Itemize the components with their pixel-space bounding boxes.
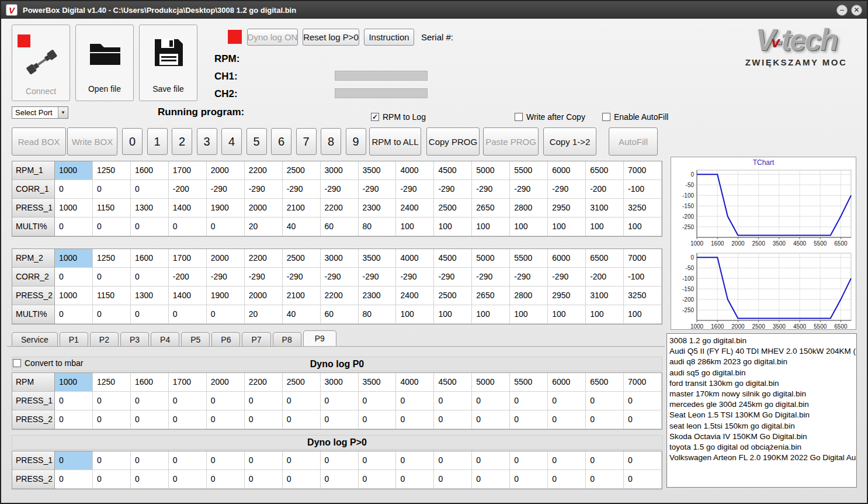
table-cell[interactable]: 2400	[396, 286, 434, 305]
close-button[interactable]: ✕	[851, 5, 862, 16]
table-cell[interactable]: 0	[131, 268, 169, 286]
table-cell[interactable]: 2200	[245, 161, 283, 180]
table-cell[interactable]: 2500	[434, 199, 472, 218]
table-cell[interactable]: -200	[586, 180, 624, 199]
table-cell[interactable]: 0	[55, 218, 93, 236]
digit-button-4[interactable]: 4	[221, 128, 242, 155]
table-cell[interactable]: 1300	[131, 286, 169, 305]
table-cell[interactable]: 100	[510, 218, 548, 236]
table-cell[interactable]: 0	[321, 451, 359, 470]
table-cell[interactable]: 0	[396, 392, 434, 410]
table-cell[interactable]: 3000	[321, 161, 359, 180]
tab-p7[interactable]: P7	[242, 332, 270, 346]
file-list-item[interactable]: toyota 1.5 go digital od obciążenia.bin	[669, 442, 854, 453]
table-cell[interactable]: 0	[55, 305, 93, 324]
convert-to-mbar-checkbox-box[interactable]	[13, 359, 21, 367]
dyno-log-on-button[interactable]: Dyno log ON	[247, 29, 298, 46]
table-cell[interactable]: 80	[359, 305, 397, 324]
table-cell[interactable]: 5000	[472, 373, 510, 392]
table-cell[interactable]: -290	[359, 268, 397, 286]
table-cell[interactable]: 0	[321, 470, 359, 489]
table-cell[interactable]: 1000	[55, 286, 93, 305]
table-cell[interactable]: 1150	[93, 199, 131, 218]
table-cell[interactable]: 0	[131, 410, 169, 429]
table-cell[interactable]: 2200	[321, 199, 359, 218]
tab-p1[interactable]: P1	[60, 332, 88, 346]
tab-p5[interactable]: P5	[181, 332, 210, 346]
file-list-item[interactable]: audi sq5 go digital.bin	[669, 368, 854, 378]
table-cell[interactable]: 2000	[245, 199, 283, 218]
table-cell[interactable]: 0	[283, 410, 321, 429]
table-cell[interactable]: 1600	[131, 373, 169, 392]
table-cell[interactable]: 0	[131, 470, 169, 489]
table-cell[interactable]: 20	[245, 305, 283, 324]
table-cell[interactable]: 100	[434, 305, 472, 324]
table-cell[interactable]: 0	[396, 410, 434, 429]
table-cell[interactable]: 2500	[283, 161, 321, 180]
table-cell[interactable]: 0	[510, 470, 548, 489]
table-cell[interactable]: 0	[359, 410, 397, 429]
table-cell[interactable]: 0	[434, 470, 472, 489]
table-cell[interactable]: 0	[472, 410, 510, 429]
table-cell[interactable]: 4000	[396, 373, 434, 392]
table-cell[interactable]: 3500	[359, 161, 397, 180]
table-cell[interactable]: 1000	[55, 249, 93, 268]
table-cell[interactable]: 0	[245, 410, 283, 429]
table-cell[interactable]: 1300	[131, 199, 169, 218]
table-cell[interactable]: 0	[207, 218, 245, 236]
table-cell[interactable]: 100	[472, 305, 510, 324]
table-cell[interactable]: 4500	[434, 161, 472, 180]
table-cell[interactable]: 0	[207, 392, 245, 410]
table-cell[interactable]: 0	[321, 392, 359, 410]
tab-p4[interactable]: P4	[151, 332, 179, 346]
tab-p2[interactable]: P2	[90, 332, 119, 346]
table-cell[interactable]: 0	[472, 392, 510, 410]
table-cell[interactable]: 0	[472, 470, 510, 489]
table-cell[interactable]: 2000	[207, 161, 245, 180]
table-cell[interactable]: 0	[548, 470, 586, 489]
table-cell[interactable]: -290	[207, 268, 245, 286]
table-cell[interactable]: 6500	[586, 249, 624, 268]
table-cell[interactable]: 6500	[586, 161, 624, 180]
table-cell[interactable]: -290	[510, 268, 548, 286]
table-cell[interactable]: 0	[55, 410, 93, 429]
table-cell[interactable]: 0	[586, 392, 624, 410]
table-cell[interactable]: -290	[359, 180, 397, 199]
table-cell[interactable]: 1700	[169, 161, 207, 180]
table-cell[interactable]: 2000	[245, 286, 283, 305]
table-cell[interactable]: 0	[434, 410, 472, 429]
table-cell[interactable]: 100	[510, 305, 548, 324]
table-cell[interactable]: 2200	[245, 249, 283, 268]
table-cell[interactable]: 0	[169, 410, 207, 429]
table-cell[interactable]: 1600	[131, 161, 169, 180]
autofill-button[interactable]: AutoFill	[609, 127, 658, 156]
digit-button-1[interactable]: 1	[147, 128, 168, 155]
table-cell[interactable]: 3500	[359, 249, 397, 268]
table-cell[interactable]: -200	[586, 268, 624, 286]
table-cell[interactable]: 0	[624, 392, 662, 410]
table-cell[interactable]: -290	[434, 180, 472, 199]
table-cell[interactable]: 0	[396, 470, 434, 489]
table-cell[interactable]: 0	[548, 451, 586, 470]
table-cell[interactable]: -290	[472, 268, 510, 286]
table-cell[interactable]: 0	[321, 410, 359, 429]
table-cell[interactable]: 2200	[321, 286, 359, 305]
rpm-to-log-checkbox[interactable]: ✓ RPM to Log	[371, 112, 426, 122]
table-cell[interactable]: 6000	[548, 249, 586, 268]
table-cell[interactable]: 100	[586, 305, 624, 324]
table-cell[interactable]: 0	[207, 451, 245, 470]
table-cell[interactable]: 60	[321, 305, 359, 324]
table-cell[interactable]: 0	[93, 392, 131, 410]
table-cell[interactable]: 0	[472, 451, 510, 470]
table-cell[interactable]: 0	[207, 410, 245, 429]
table-cell[interactable]: 0	[434, 392, 472, 410]
table-cell[interactable]: 4500	[434, 249, 472, 268]
table-cell[interactable]: 1700	[169, 373, 207, 392]
table-cell[interactable]: 0	[359, 470, 397, 489]
table-cell[interactable]: 6000	[548, 373, 586, 392]
table-cell[interactable]: 3250	[624, 286, 662, 305]
digit-button-8[interactable]: 8	[321, 128, 341, 155]
rpm-to-all-button[interactable]: RPM to ALL	[369, 127, 421, 156]
table-cell[interactable]: 0	[93, 451, 131, 470]
table-cell[interactable]: -100	[624, 180, 662, 199]
